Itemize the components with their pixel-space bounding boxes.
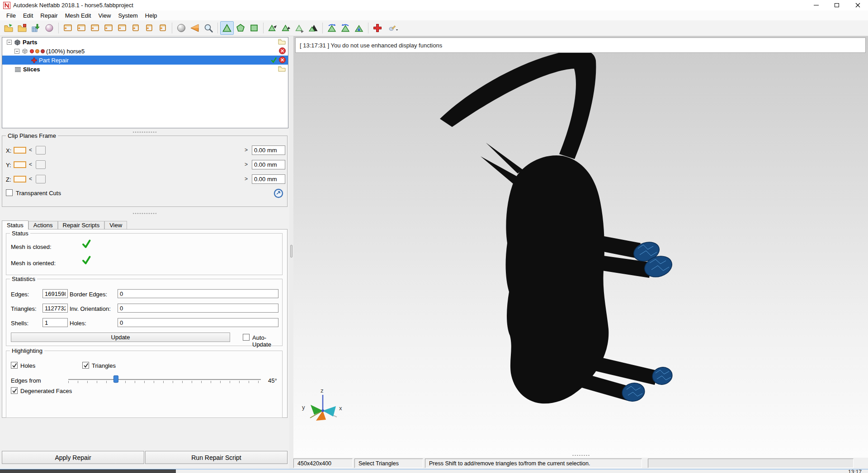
tab-status[interactable]: Status bbox=[2, 220, 28, 229]
splitter-handle[interactable] bbox=[290, 245, 292, 258]
holes-checkbox[interactable] bbox=[11, 362, 18, 369]
parts-root-icon bbox=[14, 39, 21, 46]
import-part-button[interactable] bbox=[29, 21, 42, 35]
triangle-arrow-button-3[interactable] bbox=[293, 21, 307, 35]
tree-item-horse5[interactable]: (100%) horse5 bbox=[2, 47, 288, 56]
shells-field[interactable] bbox=[42, 318, 68, 327]
holes-label: Holes: bbox=[70, 320, 86, 327]
clip-x-slider-thumb[interactable] bbox=[36, 146, 46, 155]
transparent-cuts-checkbox[interactable] bbox=[6, 189, 13, 196]
zoom-button[interactable] bbox=[202, 21, 215, 35]
clip-z-value-field[interactable] bbox=[252, 174, 285, 184]
clip-y-slider-thumb[interactable] bbox=[36, 160, 46, 169]
collapse-toggle[interactable] bbox=[7, 40, 12, 45]
reset-clip-planes-icon[interactable] bbox=[274, 188, 283, 198]
clip-z-color-swatch[interactable] bbox=[14, 176, 26, 183]
run-repair-script-button[interactable]: Run Repair Script bbox=[145, 451, 288, 464]
tab-view[interactable]: View bbox=[104, 221, 127, 229]
menu-repair[interactable]: Repair bbox=[37, 10, 61, 20]
clip-x-value-field[interactable] bbox=[252, 145, 285, 155]
add-folder-icon[interactable] bbox=[278, 38, 286, 45]
3d-viewport[interactable]: z y x [ 13:17:31 ] You do not use enhanc… bbox=[293, 36, 868, 469]
platform-button-7[interactable] bbox=[142, 21, 156, 35]
menu-view[interactable]: View bbox=[94, 10, 114, 20]
open-project-button[interactable] bbox=[2, 21, 15, 35]
maximize-button[interactable] bbox=[826, 0, 847, 10]
orient-triangle-button-1[interactable] bbox=[325, 21, 339, 35]
platform-button-1[interactable] bbox=[61, 21, 75, 35]
clip-z-increment-button[interactable]: > bbox=[243, 175, 250, 183]
close-button[interactable] bbox=[847, 0, 868, 10]
menu-system[interactable]: System bbox=[114, 10, 141, 20]
select-shells-button[interactable] bbox=[234, 21, 247, 35]
platform-button-6[interactable] bbox=[129, 21, 142, 35]
select-planes-button[interactable] bbox=[247, 21, 261, 35]
platform-button-8[interactable] bbox=[156, 21, 170, 35]
brush-select-button[interactable] bbox=[384, 21, 402, 35]
add-folder-icon[interactable] bbox=[278, 66, 286, 72]
project-sphere-button[interactable] bbox=[42, 21, 56, 35]
tree-item-parts[interactable]: Parts bbox=[2, 37, 288, 47]
open-project-icon bbox=[4, 23, 14, 33]
select-triangles-button[interactable] bbox=[220, 21, 234, 35]
collapse-toggle[interactable] bbox=[14, 49, 19, 54]
clip-y-color-swatch[interactable] bbox=[14, 161, 26, 168]
menu-mesh-edit[interactable]: Mesh Edit bbox=[61, 10, 95, 20]
clip-x-increment-button[interactable]: > bbox=[243, 146, 250, 154]
platform-button-3[interactable] bbox=[88, 21, 102, 35]
platform-icon-8 bbox=[158, 23, 168, 33]
close-repair-icon[interactable] bbox=[279, 56, 286, 63]
edges-from-slider[interactable] bbox=[68, 375, 261, 384]
netfabb-window: Autodesk Netfabb 2018.1 - horse5.fabbpro… bbox=[0, 0, 868, 473]
inv-orientation-field[interactable] bbox=[118, 304, 278, 313]
platform-button-5[interactable] bbox=[115, 21, 129, 35]
slider-thumb[interactable] bbox=[113, 375, 118, 383]
triangles-checkbox[interactable] bbox=[82, 362, 89, 369]
triangle-pair-button[interactable] bbox=[307, 21, 320, 35]
repair-plus-button[interactable] bbox=[371, 21, 384, 35]
menu-file[interactable]: File bbox=[3, 10, 19, 20]
clip-y-value-field[interactable] bbox=[252, 160, 285, 169]
remove-part-icon[interactable] bbox=[279, 47, 286, 54]
orient-triangle-icon-2 bbox=[340, 23, 350, 33]
statusbar-grip-icon bbox=[572, 454, 590, 456]
dropdown-arrow-icon bbox=[396, 29, 398, 31]
tab-actions[interactable]: Actions bbox=[28, 221, 58, 229]
edges-field[interactable] bbox=[42, 289, 68, 298]
tab-repair-scripts[interactable]: Repair Scripts bbox=[58, 221, 105, 229]
minimize-button[interactable] bbox=[806, 0, 826, 10]
holes-field[interactable] bbox=[118, 318, 278, 327]
border-edges-field[interactable] bbox=[118, 289, 278, 298]
menu-help[interactable]: Help bbox=[142, 10, 161, 20]
tree-item-slices[interactable]: Slices bbox=[2, 65, 288, 74]
clip-z-decrement-button[interactable]: < bbox=[27, 175, 34, 183]
update-button[interactable]: Update bbox=[11, 333, 230, 342]
vertical-splitter[interactable] bbox=[289, 36, 293, 469]
panel-splitter[interactable] bbox=[0, 207, 289, 220]
cone-view-button[interactable] bbox=[188, 21, 202, 35]
splitter-grip-icon bbox=[133, 131, 156, 133]
clip-z-slider-thumb[interactable] bbox=[36, 175, 46, 183]
orient-triangle-button-2[interactable] bbox=[339, 21, 352, 35]
highlighting-group-title: Highlighting bbox=[10, 347, 44, 354]
auto-update-checkbox[interactable] bbox=[243, 334, 250, 341]
triangles-field[interactable] bbox=[42, 304, 68, 313]
degenerated-faces-checkbox[interactable] bbox=[11, 387, 18, 394]
menu-edit[interactable]: Edit bbox=[19, 10, 37, 20]
render-sphere-button[interactable] bbox=[175, 21, 188, 35]
apply-repair-button[interactable]: Apply Repair bbox=[2, 451, 144, 464]
orient-triangle-button-3[interactable] bbox=[352, 21, 366, 35]
platform-button-4[interactable] bbox=[102, 21, 115, 35]
cone-view-icon bbox=[190, 23, 200, 33]
triangle-arrow-button-2[interactable] bbox=[279, 21, 293, 35]
clip-y-increment-button[interactable]: > bbox=[243, 160, 250, 169]
tree-item-part-repair[interactable]: Part Repair bbox=[2, 56, 288, 65]
clip-x-color-swatch[interactable] bbox=[14, 147, 26, 154]
clip-x-decrement-button[interactable]: < bbox=[27, 146, 34, 154]
add-part-button[interactable] bbox=[15, 21, 29, 35]
slider-ticks bbox=[68, 381, 261, 383]
triangle-arrow-button-1[interactable] bbox=[266, 21, 279, 35]
clip-y-decrement-button[interactable]: < bbox=[27, 160, 34, 169]
platform-button-2[interactable] bbox=[75, 21, 88, 35]
tree-label-parts: Parts bbox=[23, 39, 38, 46]
